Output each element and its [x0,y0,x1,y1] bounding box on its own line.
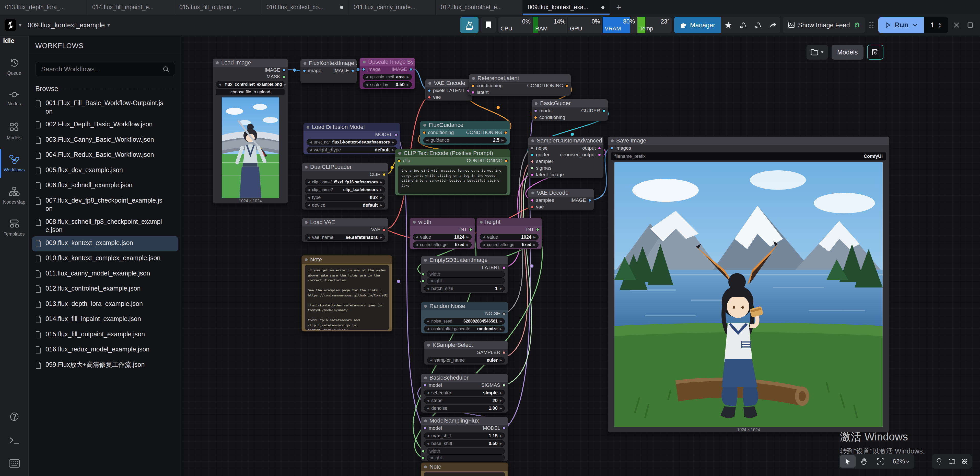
show-image-feed-button[interactable]: Show Image Feed [783,17,865,33]
sidebar-item-queue[interactable]: Queue [0,51,29,83]
workflow-file-item[interactable]: 008.flux_schnell_fp8_checkpoint_example.… [32,215,178,236]
workflow-file-item[interactable]: 011.flux_canny_model_example.json [32,267,178,282]
widget-ima-[interactable]: ◀ima ...flux_controlnet_example.png▶ [216,81,285,88]
widget-clip-name1[interactable]: ◀clip_name1t5xxl_fp16.safetensors▶ [305,179,385,185]
input-slot-pixels[interactable] [428,89,431,92]
input-slot-width[interactable] [422,273,425,276]
collapse-dot[interactable] [424,259,427,262]
collapse-dot[interactable] [424,420,427,422]
collapse-dot[interactable] [424,377,427,379]
collapse-dot[interactable] [304,62,306,65]
models-button[interactable]: Models [832,45,864,60]
workflow-tab[interactable]: 010.flux_kontext_co... [261,0,348,14]
input-slot-sigmas[interactable] [531,166,534,170]
workflow-file-item[interactable]: 001.Flux_Fill_Basic_Workflow-Outpaint.js… [32,96,178,118]
widget-vae-name[interactable]: ◀vae_nameae.safetensors▶ [305,234,385,241]
node-save-image[interactable]: Save Imageimagesfilename_prefixComfyUI 1… [608,136,889,433]
output-slot-IMAGE[interactable] [409,68,413,71]
chevron-down-icon[interactable]: ▾ [19,22,21,28]
output-slot-LATENT[interactable] [502,266,506,269]
workflow-file-item[interactable]: 013.flux_depth_lora_example.json [32,297,178,313]
search-input[interactable] [35,62,175,76]
widget-noise-seed[interactable]: ◀noise_seed628882884546581▶ [424,318,505,324]
bookmark-button[interactable] [481,17,496,33]
workflow-tab[interactable]: 014.flux_fill_inpaint_e... [87,0,174,14]
widget-control-after-generate[interactable]: ◀control after generaterandomize▶ [424,326,505,332]
output-slot-SIGMAS[interactable] [502,384,506,387]
workflow-tab[interactable]: 009.flux_kontext_exa... [523,0,610,14]
node-vae-encode[interactable]: VAE EncodepixelsLATENTvae [425,79,473,101]
collapse-dot[interactable] [413,221,416,224]
node-width-node[interactable]: widthINT◀value1024▶◀control after gefixe… [409,218,475,249]
collapse-dot[interactable] [307,126,309,129]
workflow-tab[interactable]: 013.flux_depth_lora_... [0,0,87,14]
workflow-file-item[interactable]: 003.Flux_Canny_Basic_Workflow.json [32,133,178,149]
node-random-noise[interactable]: RandomNoiseNOISE◀noise_seed6288828845465… [421,302,508,334]
widget-control-after-ge[interactable]: ◀control after gefixed▶ [480,241,539,248]
input-slot-image[interactable] [362,68,365,71]
output-slot-IMAGE[interactable] [588,199,592,202]
node-note-left[interactable]: NoteIf you get an error in any of the no… [301,255,392,331]
workflow-tab[interactable]: 015.flux_fill_outpaint_... [174,0,261,14]
collapse-dot[interactable] [424,465,427,468]
workflow-file-item[interactable]: 016.flux_redux_model_example.json [32,343,178,358]
output-slot-output[interactable] [598,147,601,150]
widget-upscale-method[interactable]: ◀upscale_methodarea▶ [363,73,412,80]
output-slot-IMAGE[interactable] [282,69,286,72]
output-slot-CONDITIONING[interactable] [504,159,508,163]
drag-handle[interactable] [869,22,874,29]
collapse-dot[interactable] [480,221,483,224]
node-text[interactable]: the anime girl with massive fennec ears … [398,166,507,193]
output-slot-SAMPLER[interactable] [502,351,506,354]
widget-sampler-name[interactable]: ◀sampler_nameeuler▶ [427,357,505,363]
workflow-file-item[interactable]: 099.Flux放大+高清修复工作流.json [32,358,178,374]
collapse-dot[interactable] [531,192,534,194]
output-slot-CLIP[interactable] [382,173,386,176]
workflow-file-item[interactable]: 014.flux_fill_inpaint_example.json [32,312,178,327]
output-slot-INT[interactable] [536,228,539,231]
input-slot-model[interactable] [423,384,426,387]
node-vae-decode[interactable]: VAE DecodesamplesIMAGEvae [528,188,594,211]
input-slot-vae[interactable] [531,205,534,209]
output-slot-INT[interactable] [469,228,473,231]
stop-button[interactable] [965,17,976,33]
widget-clip-name2[interactable]: ◀clip_name2clip_l.safetensors▶ [305,187,385,193]
minimap-button[interactable] [946,455,958,468]
input-slot-guider[interactable] [531,153,534,157]
output-slot-VAE[interactable] [382,228,386,232]
keyboard-shortcuts-button[interactable] [9,459,20,469]
collapse-dot[interactable] [216,61,219,64]
widget-control-after-ge[interactable]: ◀control after gefixed▶ [413,241,472,248]
pan-tool-button[interactable] [856,455,872,468]
sidebar-item-templates[interactable]: Templates [0,212,29,244]
terminal-button[interactable] [9,436,20,446]
node-upscale-image-by[interactable]: Upscale Image ByimageIMAGE◀upscale_metho… [360,58,415,89]
workflow-file-item[interactable]: 007.flux_dev_fp8_checkpoint_example.json [32,194,178,215]
node-clip-text-encode[interactable]: CLIP Text Encode (Positive Prompt)clipCO… [395,149,511,195]
node-text[interactable]: The reference sampling implementation au… [424,473,505,476]
zoom-level-dropdown[interactable]: 62% [889,455,913,468]
input-slot-height[interactable] [422,279,425,283]
workflow-file-item[interactable]: 004.Flux_Redux_Basic_Workflow.json [32,148,178,163]
sidebar-item-nodes[interactable]: Nodes [0,83,29,115]
vacuum-clean-button[interactable] [736,17,751,33]
lightbulb-button[interactable] [933,455,945,468]
widget-scheduler[interactable]: ◀schedulersimple▶ [424,390,505,396]
collapse-dot[interactable] [531,139,534,142]
input-slot-images[interactable] [610,147,613,150]
sidebar-item-nodesmap[interactable]: NodesMap [0,180,29,212]
node-model-sampling-flux[interactable]: ModelSamplingFluxmodelMODEL◀max_shift1.1… [421,416,508,462]
select-tool-button[interactable] [840,455,856,468]
node-note-bottom[interactable]: NoteThe reference sampling implementatio… [421,462,508,476]
vacuum-deep-clean-button[interactable] [751,17,765,33]
workflow-file-item[interactable]: 009.flux_kontext_example.json [32,236,178,252]
widget-max-shift[interactable]: ◀max_shift1.15▶ [424,433,505,439]
node-ksampler-select[interactable]: KSamplerSelectSAMPLER◀sampler_nameeuler▶ [424,341,508,365]
node-basic-guider[interactable]: BasicGuidermodelGUIDERconditioning [531,99,608,121]
workflow-file-item[interactable]: 012.flux_controlnet_example.json [32,282,178,297]
workflow-file-item[interactable]: 006.flux_schnell_example.json [32,179,178,194]
output-slot-denoised_output[interactable] [598,153,601,157]
collapse-dot[interactable] [423,124,426,126]
link-off-button[interactable] [959,455,971,468]
workflow-name[interactable]: 009.flux_kontext_example [28,21,105,29]
